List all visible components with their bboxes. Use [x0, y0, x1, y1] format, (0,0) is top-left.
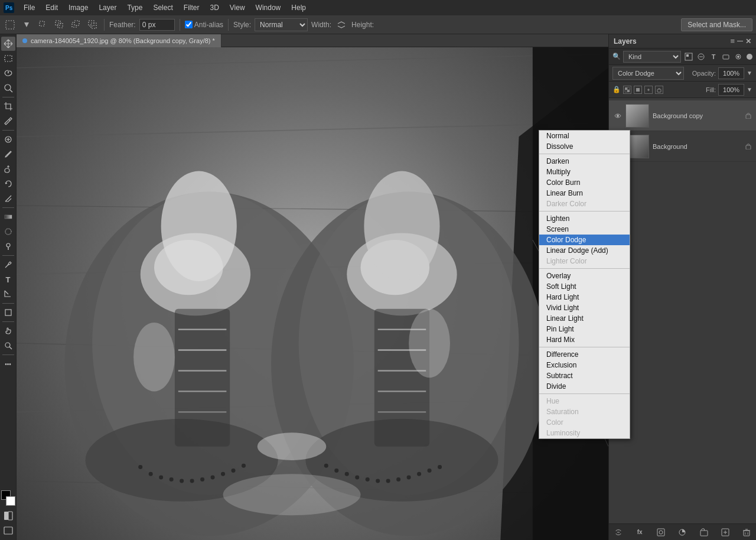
layers-panel-min-icon[interactable]: — [737, 38, 743, 44]
tool-history-brush[interactable] [1, 177, 15, 191]
swap-wh-icon[interactable] [335, 18, 348, 31]
add-mask-icon[interactable] [655, 526, 667, 538]
menu-image[interactable]: Image [64, 2, 93, 13]
tool-hand[interactable] [1, 324, 15, 338]
tool-zoom[interactable] [1, 339, 15, 353]
blend-exclusion[interactable]: Exclusion [539, 360, 630, 370]
tool-blur[interactable] [1, 225, 15, 239]
select-mask-button[interactable]: Select and Mask... [681, 18, 752, 31]
blend-hue[interactable]: Hue [539, 396, 630, 406]
menu-filter[interactable]: Filter [179, 2, 204, 13]
anti-alias-label[interactable]: Anti-alias [185, 21, 223, 29]
blend-saturation[interactable]: Saturation [539, 406, 630, 417]
filter-adjust-icon[interactable] [696, 51, 706, 62]
menu-layer[interactable]: Layer [94, 2, 121, 13]
tool-heal[interactable] [1, 132, 15, 147]
layer-item-bg-copy[interactable]: Background copy [609, 100, 756, 131]
tool-more[interactable]: ••• [1, 357, 15, 371]
menu-window[interactable]: Window [251, 2, 286, 13]
blend-overlay[interactable]: Overlay [539, 271, 630, 281]
delete-layer-icon[interactable] [741, 526, 752, 538]
menu-type[interactable]: Type [122, 2, 147, 13]
new-fill-layer-icon[interactable] [676, 526, 688, 538]
layers-panel-menu-icon[interactable]: ≡ [730, 37, 735, 45]
tool-path-select[interactable] [1, 287, 15, 301]
new-group-icon[interactable] [698, 526, 710, 538]
blend-luminosity[interactable]: Luminosity [539, 428, 630, 438]
blend-pin-light[interactable]: Pin Light [539, 324, 630, 334]
layer-item-bg[interactable]: Background [609, 131, 756, 162]
blend-color[interactable]: Color [539, 417, 630, 428]
lock-all-icon[interactable] [655, 86, 663, 94]
add-selection-icon[interactable] [53, 18, 66, 31]
blend-subtract[interactable]: Subtract [539, 370, 630, 381]
blend-linear-light[interactable]: Linear Light [539, 313, 630, 324]
lock-transparent-icon[interactable] [623, 86, 631, 94]
blend-screen[interactable]: Screen [539, 224, 630, 235]
blend-hard-light[interactable]: Hard Light [539, 292, 630, 302]
filter-shape-icon[interactable] [721, 51, 731, 62]
tool-lasso[interactable] [1, 66, 15, 80]
filter-pixel-icon[interactable] [683, 51, 694, 62]
subtract-selection-icon[interactable] [70, 18, 83, 31]
menu-view[interactable]: View [225, 2, 250, 13]
color-swatches[interactable] [1, 490, 15, 506]
tool-brush[interactable] [1, 147, 15, 161]
tool-gradient[interactable] [1, 210, 15, 224]
tool-quick-select[interactable] [1, 81, 15, 95]
tool-rect-marquee[interactable] [1, 51, 15, 66]
marquee-options-dropdown[interactable] [20, 18, 33, 31]
lock-image-icon[interactable] [634, 86, 642, 94]
background-color[interactable] [6, 496, 15, 506]
blend-difference[interactable]: Difference [539, 349, 630, 360]
blend-mode-select[interactable]: Color Dodge [612, 67, 684, 80]
blend-darker-color[interactable]: Darker Color [539, 199, 630, 209]
tool-rect-shape[interactable] [1, 305, 15, 320]
new-layer-icon[interactable] [719, 526, 731, 538]
link-layers-icon[interactable] [612, 526, 624, 538]
opacity-value[interactable]: 100% [718, 67, 744, 79]
layers-panel-close-icon[interactable]: ✕ [745, 37, 751, 45]
document-tab[interactable]: camera-1840054_1920.jpg @ 80% (Backgroun… [17, 34, 221, 47]
blend-soft-light[interactable]: Soft Light [539, 281, 630, 292]
anti-alias-checkbox[interactable] [185, 21, 193, 28]
blend-multiply[interactable]: Multiply [539, 167, 630, 177]
blend-vivid-light[interactable]: Vivid Light [539, 302, 630, 313]
menu-edit[interactable]: Edit [41, 2, 63, 13]
tool-screen-mode[interactable] [1, 523, 15, 538]
new-selection-icon[interactable] [37, 18, 50, 31]
blend-color-burn[interactable]: Color Burn [539, 177, 630, 188]
tool-crop[interactable] [1, 99, 15, 113]
menu-3d[interactable]: 3D [205, 2, 223, 13]
layer-visibility-eye[interactable] [614, 112, 622, 120]
menu-select[interactable]: Select [148, 2, 177, 13]
blend-lighter-color[interactable]: Lighter Color [539, 256, 630, 266]
filter-text-icon[interactable]: T [708, 51, 719, 62]
tool-eraser[interactable] [1, 191, 15, 206]
tool-quick-mask[interactable] [1, 509, 15, 523]
layer-fx-icon[interactable]: fx [634, 526, 646, 538]
blend-divide[interactable]: Divide [539, 381, 630, 392]
menu-help[interactable]: Help [286, 2, 311, 13]
blend-darken[interactable]: Darken [539, 156, 630, 167]
blend-color-dodge[interactable]: Color Dodge [539, 235, 630, 245]
tool-clone-stamp[interactable] [1, 162, 15, 176]
opacity-stepper-icon[interactable]: ▼ [747, 70, 752, 76]
fill-value[interactable]: 100% [718, 84, 744, 96]
tool-text[interactable]: T [1, 272, 15, 287]
fill-stepper-icon[interactable]: ▼ [747, 86, 752, 93]
blend-linear-burn[interactable]: Linear Burn [539, 188, 630, 199]
tool-move[interactable] [1, 37, 15, 51]
blend-linear-dodge[interactable]: Linear Dodge (Add) [539, 245, 630, 256]
filter-smart-icon[interactable] [733, 51, 744, 62]
lock-position-icon[interactable] [644, 86, 653, 94]
intersect-selection-icon[interactable] [86, 18, 99, 31]
filter-toggle[interactable] [747, 54, 752, 60]
feather-input[interactable] [139, 19, 175, 31]
tool-eyedropper[interactable] [1, 114, 15, 128]
tool-dodge[interactable] [1, 239, 15, 253]
layers-kind-filter[interactable]: Kind [623, 51, 681, 63]
blend-dissolve[interactable]: Dissolve [539, 141, 630, 152]
tool-pen[interactable] [1, 258, 15, 272]
menu-file[interactable]: File [19, 2, 40, 13]
